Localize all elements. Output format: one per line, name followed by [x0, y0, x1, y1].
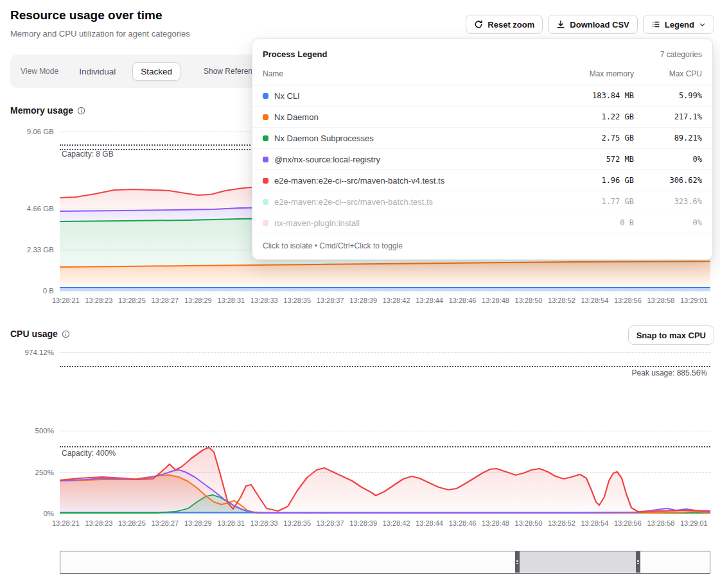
x-tick-label: 13:28:23 — [85, 297, 112, 304]
info-icon[interactable] — [77, 107, 85, 115]
series-max-memory: 183.84 MB — [557, 91, 634, 100]
legend-row[interactable]: Nx CLI183.84 MB5.99% — [252, 85, 712, 107]
x-tick-label: 13:29:01 — [680, 297, 708, 304]
series-color-dot — [263, 135, 268, 141]
column-max-memory: Max memory — [557, 69, 634, 78]
memory-gridline — [60, 291, 710, 291]
series-max-cpu: 5.99% — [634, 91, 702, 100]
resource-usage-page: Resource usage over time Memory and CPU … — [0, 0, 720, 588]
series-max-cpu: 323.6% — [634, 197, 702, 206]
x-tick-label: 13:28:48 — [482, 297, 509, 304]
x-tick-label: 13:28:33 — [250, 519, 278, 527]
x-tick-label: 13:28:54 — [581, 519, 609, 527]
x-tick-label: 13:28:58 — [647, 519, 674, 527]
cpu-gridline — [60, 514, 710, 514]
series-max-memory: 572 MB — [557, 155, 634, 164]
brush-selection[interactable] — [518, 551, 638, 573]
header-actions: Reset zoom Download CSV Legend — [466, 15, 714, 34]
x-tick-label: 13:28:52 — [548, 519, 575, 527]
reset-zoom-label: Reset zoom — [487, 20, 534, 30]
column-max-cpu: Max CPU — [634, 69, 702, 78]
cpu-ytick: 500% — [0, 427, 54, 435]
x-tick-label: 13:28:27 — [151, 297, 179, 304]
legend-row[interactable]: Nx Daemon Subprocesses2.75 GB89.21% — [252, 128, 712, 149]
legend-footer-hint: Click to isolate • Cmd/Ctrl+Click to tog… — [252, 234, 712, 259]
series-color-dot — [263, 178, 268, 184]
series-name: nx-maven-plugin:install — [274, 218, 557, 228]
series-color-dot — [263, 114, 268, 120]
legend-row[interactable]: Nx Daemon1.22 GB217.1% — [252, 107, 712, 128]
info-icon[interactable] — [62, 330, 70, 338]
time-range-brush[interactable] — [60, 551, 710, 574]
download-csv-label: Download CSV — [570, 20, 629, 30]
series-color-dot — [263, 220, 268, 226]
memory-section-title: Memory usage — [10, 105, 85, 116]
series-max-memory: 1.22 GB — [557, 112, 634, 121]
legend-row[interactable]: e2e-maven:e2e-ci--src/maven-batch.test.t… — [252, 191, 712, 212]
x-tick-label: 13:28:39 — [349, 519, 377, 527]
legend-dropdown-button[interactable]: Legend — [643, 15, 714, 34]
series-color-dot — [263, 157, 268, 162]
chevron-down-icon — [699, 21, 706, 28]
legend-row[interactable]: e2e-maven:e2e-ci--src/maven-batch-v4.tes… — [252, 170, 712, 191]
legend-row[interactable]: @nx/nx-source:local-registry572 MB0% — [252, 149, 712, 170]
x-tick-label: 13:28:29 — [184, 519, 212, 527]
x-tick-label: 13:28:44 — [416, 519, 443, 527]
column-name: Name — [263, 69, 557, 78]
page-title: Resource usage over time — [10, 8, 162, 22]
snap-to-max-cpu-label: Snap to max CPU — [637, 331, 706, 340]
x-tick-label: 13:28:39 — [349, 297, 377, 304]
x-tick-label: 13:28:56 — [614, 297, 642, 304]
page-subtitle: Memory and CPU utilization for agent cat… — [10, 29, 190, 39]
series-max-cpu: 0% — [634, 155, 702, 164]
reset-zoom-button[interactable]: Reset zoom — [466, 15, 543, 34]
x-tick-label: 13:28:42 — [383, 519, 410, 527]
legend-label: Legend — [665, 20, 694, 30]
x-tick-label: 13:28:21 — [52, 297, 80, 304]
x-tick-label: 13:28:31 — [217, 297, 245, 304]
brush-handle-left[interactable] — [515, 551, 520, 573]
memory-title-text: Memory usage — [10, 105, 73, 116]
series-max-memory: 2.75 GB — [557, 134, 634, 143]
cpu-title-text: CPU usage — [10, 329, 58, 339]
series-max-memory: 0 B — [557, 218, 634, 227]
download-icon — [556, 20, 565, 29]
memory-x-axis: 13:28:2113:28:2313:28:2513:28:2713:28:29… — [52, 297, 708, 304]
x-tick-label: 13:28:44 — [416, 297, 443, 304]
cpu-ytick: 0% — [0, 510, 54, 517]
series-max-memory: 1.77 GB — [557, 197, 634, 206]
memory-ytick: 0 B — [0, 287, 54, 295]
series-name: e2e-maven:e2e-ci--src/maven-batch.test.t… — [274, 197, 557, 207]
x-tick-label: 13:28:58 — [647, 297, 674, 304]
series-name: e2e-maven:e2e-ci--src/maven-batch-v4.tes… — [274, 176, 557, 186]
x-tick-label: 13:28:42 — [383, 297, 410, 304]
x-tick-label: 13:28:35 — [283, 519, 311, 527]
series-max-cpu: 0% — [634, 218, 702, 227]
x-tick-label: 13:28:50 — [515, 519, 543, 527]
view-mode-individual[interactable]: Individual — [71, 63, 123, 80]
process-legend-popup: Process Legend 7 categories Name Max mem… — [252, 39, 713, 260]
series-max-cpu: 89.21% — [634, 134, 702, 143]
x-tick-label: 13:28:25 — [118, 297, 146, 304]
series-name: Nx Daemon — [274, 112, 557, 122]
snap-to-max-cpu-button[interactable]: Snap to max CPU — [628, 325, 714, 345]
series-max-cpu: 217.1% — [634, 112, 702, 121]
brush-handle-right[interactable] — [636, 551, 640, 573]
series-name: Nx CLI — [274, 91, 557, 101]
x-tick-label: 13:28:35 — [283, 297, 311, 304]
x-tick-label: 13:28:46 — [449, 519, 477, 527]
x-tick-label: 13:28:48 — [482, 519, 509, 527]
series-color-dot — [263, 199, 268, 205]
legend-row[interactable]: nx-maven-plugin:install0 B0% — [252, 212, 712, 234]
view-mode-stacked[interactable]: Stacked — [132, 62, 180, 81]
cpu-chart-plot[interactable] — [60, 352, 710, 514]
list-icon — [651, 20, 660, 29]
download-csv-button[interactable]: Download CSV — [548, 15, 637, 34]
cpu-ytick: 974.12% — [0, 349, 54, 356]
series-name: Nx Daemon Subprocesses — [274, 134, 557, 143]
x-tick-label: 13:28:33 — [250, 297, 278, 304]
x-tick-label: 13:28:37 — [317, 297, 344, 304]
x-tick-label: 13:28:25 — [118, 519, 146, 527]
x-tick-label: 13:28:21 — [52, 519, 80, 527]
x-tick-label: 13:29:01 — [680, 519, 708, 527]
